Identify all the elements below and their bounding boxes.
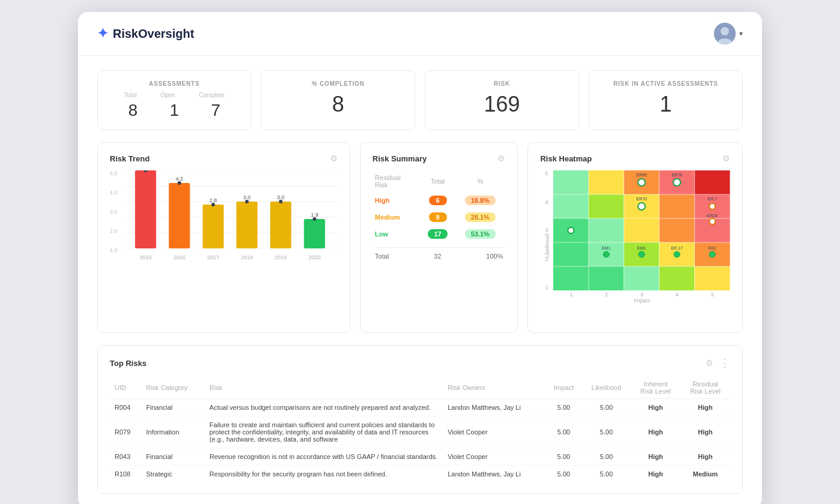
total-value: 8 (128, 101, 138, 120)
bars-svg: 5.0 4.2 2.8 3.0 3.0 (127, 170, 338, 260)
risk-row-high: High 6 18.8% (373, 192, 506, 209)
col-likelihood: Likelihood (582, 377, 631, 399)
col-inherent: InherentRisk Level (631, 377, 680, 399)
middle-row: Risk Trend ⚙ 5.0 4.0 3.0 2.0 1.0 (97, 142, 743, 333)
top-risks-actions: ⚙ ⋮ (706, 356, 730, 370)
svg-point-75 (710, 218, 716, 224)
col-category: Risk Category (141, 377, 205, 399)
heatmap-header: Risk Heatmap ⚙ (540, 154, 730, 163)
risk-desc-cell: Failure to create and maintain sufficien… (205, 416, 443, 448)
svg-text:4.2: 4.2 (176, 176, 184, 182)
total-count: 32 (434, 253, 441, 260)
svg-text:ER.17: ER.17 (671, 246, 683, 250)
risk-summary-card: Risk Summary ⚙ ResidualRisk Total % High (360, 142, 518, 333)
svg-point-68 (674, 179, 681, 186)
residual-level-cell: High (680, 448, 730, 466)
table-row: R108 Strategic Responsibility for the se… (110, 466, 730, 483)
svg-point-81 (674, 251, 680, 257)
low-label: Low (375, 230, 388, 238)
owners-cell: Violet Cooper (443, 416, 545, 448)
risk-title: RISK (440, 80, 564, 87)
completion-title: % COMPLETION (276, 80, 400, 87)
risk-summary-gear-icon[interactable]: ⚙ (497, 154, 505, 163)
complete-label: Complete (199, 92, 224, 98)
uid-cell: R043 (110, 448, 141, 466)
uid-cell: R004 (110, 399, 141, 416)
risk-active-card: RISK IN ACTIVE ASSESSMENTS 1 (589, 70, 743, 130)
svg-point-70 (638, 203, 646, 210)
medium-total-pill: 9 (429, 212, 447, 222)
heatmap-svg: DR95 ER76 ER70 ER.7 ER (553, 170, 730, 290)
svg-text:ER76: ER76 (672, 173, 683, 177)
residual-level-cell: High (680, 399, 730, 416)
impact-cell: 5.00 (545, 399, 582, 416)
risk-active-value: 1 (604, 92, 728, 117)
total-label: Total (375, 253, 389, 260)
category-cell: Strategic (141, 466, 205, 483)
y-axis-ticks: 54321 (545, 170, 548, 290)
heatmap-wrapper: Likelihood 54321 (540, 170, 730, 322)
svg-rect-11 (169, 183, 190, 248)
high-pct-pill: 18.8% (465, 196, 496, 205)
risk-desc-cell: Responsibility for the security program … (205, 466, 443, 483)
uid-cell: R108 (110, 466, 141, 483)
x-axis-label: Impact (553, 298, 730, 304)
svg-point-77 (604, 251, 610, 257)
owners-cell: Violet Cooper (443, 448, 545, 466)
risk-summary-table: ResidualRisk Total % High 6 18.8% Medium (373, 170, 506, 242)
svg-rect-39 (589, 194, 624, 218)
svg-text:2020: 2020 (308, 254, 320, 260)
svg-point-22 (178, 181, 181, 185)
top-risks-header: Top Risks ⚙ ⋮ (110, 356, 730, 370)
app-name: RiskOversight (113, 27, 194, 41)
svg-rect-55 (624, 266, 659, 290)
svg-rect-17 (270, 202, 291, 248)
svg-rect-57 (695, 266, 730, 290)
gear-icon[interactable]: ⚙ (330, 154, 338, 163)
svg-point-24 (245, 200, 249, 203)
medium-label: Medium (375, 214, 400, 221)
col-risk: Risk (205, 377, 443, 399)
impact-cell: 5.00 (545, 466, 582, 483)
logo: ✦ RiskOversight (97, 26, 194, 41)
residual-level-cell: Medium (680, 466, 730, 483)
stat-cards-row: ASSESSMENTS Total Open Complete 8 1 7 % … (97, 70, 743, 130)
high-label: High (375, 197, 389, 204)
heatmap-gear-icon[interactable]: ⚙ (722, 154, 730, 163)
svg-point-66 (638, 179, 646, 186)
svg-text:EK2: EK2 (709, 246, 716, 250)
top-risks-gear-icon[interactable]: ⚙ (706, 358, 713, 368)
assessments-title: ASSESSMENTS (112, 80, 236, 87)
risk-trend-header: Risk Trend ⚙ (110, 154, 338, 163)
open-label: Open (160, 92, 175, 98)
svg-rect-13 (203, 205, 224, 248)
svg-rect-19 (304, 219, 325, 248)
svg-rect-44 (589, 218, 624, 242)
avatar (714, 23, 736, 44)
heatmap-title: Risk Heatmap (540, 154, 592, 163)
bar-chart: 5.0 4.0 3.0 2.0 1.0 (110, 170, 338, 266)
medium-pct-pill: 28.1% (465, 212, 496, 222)
col-owners: Risk Owners (443, 377, 545, 399)
risk-summary-total: Total 32 100% (373, 247, 506, 260)
top-risks-dots-icon[interactable]: ⋮ (719, 356, 730, 370)
category-cell: Financial (141, 399, 205, 416)
assessments-card: ASSESSMENTS Total Open Complete 8 1 7 (97, 70, 251, 130)
main-content: ASSESSMENTS Total Open Complete 8 1 7 % … (78, 56, 762, 504)
svg-rect-34 (589, 170, 624, 194)
assessments-values: 8 1 7 (112, 101, 236, 120)
risk-trend-title: Risk Trend (110, 154, 149, 163)
svg-rect-9 (135, 170, 156, 248)
svg-point-1 (721, 27, 729, 35)
residual-level-cell: High (680, 416, 730, 448)
user-menu[interactable]: ▾ (714, 23, 743, 44)
risk-active-title: RISK IN ACTIVE ASSESSMENTS (604, 80, 728, 87)
risk-summary-header: Risk Summary ⚙ (373, 154, 506, 163)
svg-rect-48 (553, 242, 589, 266)
top-risks-title: Top Risks (110, 359, 146, 368)
svg-text:1.9: 1.9 (311, 212, 319, 218)
complete-value: 7 (211, 101, 221, 120)
svg-rect-15 (236, 202, 257, 248)
top-risks-card: Top Risks ⚙ ⋮ UID Risk Category Risk Ris… (97, 345, 743, 494)
svg-text:ER70: ER70 (637, 197, 647, 201)
